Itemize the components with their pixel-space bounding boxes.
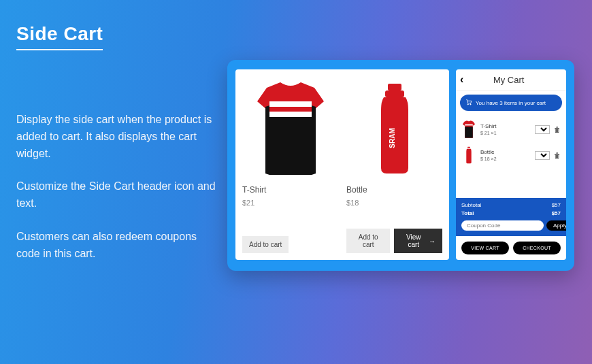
svg-text:SRAM: SRAM (389, 128, 396, 148)
svg-rect-10 (465, 127, 473, 137)
svg-rect-4 (388, 84, 401, 90)
svg-rect-1 (269, 107, 312, 112)
intro-paragraph-3: Customers can also redeem coupons code i… (16, 229, 220, 263)
cart-totals: Subtotal $57 Total $57 Apply (456, 198, 566, 236)
arrow-right-icon: → (429, 237, 435, 245)
total-label: Total (461, 210, 474, 216)
svg-point-7 (467, 104, 468, 105)
cart-items: T-Shirt $ 21 ×1 1 🗑 Bottle $ 18 ×2 (456, 114, 566, 171)
view-cart-action-button[interactable]: VIEW CART (461, 242, 509, 254)
intro-paragraph-2: Customize the Side Cart header icon and … (16, 178, 220, 212)
subtotal-value: $57 (552, 202, 561, 208)
cart-title: My Cart (463, 75, 561, 85)
intro-paragraph-1: Display the side cart when the product i… (16, 112, 220, 162)
bottle-thumb-icon (461, 146, 476, 165)
cart-item-price-line: $ 18 ×2 (480, 156, 531, 161)
view-cart-button[interactable]: View cart → (394, 229, 442, 253)
svg-point-8 (470, 104, 471, 105)
cart-banner: You have 3 items in your cart (460, 95, 562, 111)
cart-item-name: T-Shirt (480, 123, 531, 129)
product-grid: T-Shirt $21 Add to cart SRAM Bottle $18 … (235, 69, 449, 260)
cart-icon (465, 99, 472, 107)
app-frame: T-Shirt $21 Add to cart SRAM Bottle $18 … (227, 60, 574, 271)
tshirt-thumb-icon (461, 120, 476, 139)
product-name: T-Shirt (242, 185, 338, 195)
view-cart-label: View cart (401, 233, 426, 248)
svg-rect-5 (385, 90, 404, 97)
cart-item: T-Shirt $ 21 ×1 1 🗑 (460, 116, 562, 142)
page-title: Side Cart (16, 23, 103, 50)
product-price: $21 (242, 199, 338, 207)
cart-item-name: Bottle (480, 149, 531, 155)
tshirt-image (242, 78, 338, 180)
cart-banner-text: You have 3 items in your cart (476, 100, 546, 106)
add-to-cart-button[interactable]: Add to cart (242, 236, 289, 253)
bottle-image: SRAM (346, 78, 442, 180)
add-to-cart-button[interactable]: Add to cart (346, 229, 390, 253)
cart-item: Bottle $ 18 ×2 2 🗑 (460, 142, 562, 168)
svg-rect-11 (467, 147, 470, 148)
side-cart-panel: ‹ My Cart You have 3 items in your cart (456, 69, 566, 260)
subtotal-label: Subtotal (461, 202, 481, 208)
cart-item-price-line: $ 21 ×1 (480, 131, 531, 135)
trash-icon[interactable]: 🗑 (554, 126, 561, 133)
svg-rect-3 (269, 117, 312, 175)
product-bottle: SRAM Bottle $18 Add to cart View cart → (346, 78, 442, 253)
product-price: $18 (346, 199, 442, 207)
product-name: Bottle (346, 185, 442, 195)
cart-header: ‹ My Cart (456, 69, 566, 90)
svg-rect-9 (465, 125, 473, 126)
quantity-select[interactable]: 1 (535, 125, 550, 134)
apply-coupon-button[interactable]: Apply (546, 220, 566, 231)
product-tshirt: T-Shirt $21 Add to cart (242, 78, 338, 253)
total-value: $57 (552, 210, 561, 216)
svg-rect-2 (269, 112, 312, 117)
svg-rect-0 (269, 101, 312, 107)
quantity-select[interactable]: 2 (535, 151, 550, 160)
coupon-input[interactable] (461, 220, 544, 231)
checkout-button[interactable]: CHECKOUT (513, 242, 561, 254)
trash-icon[interactable]: 🗑 (554, 152, 561, 159)
